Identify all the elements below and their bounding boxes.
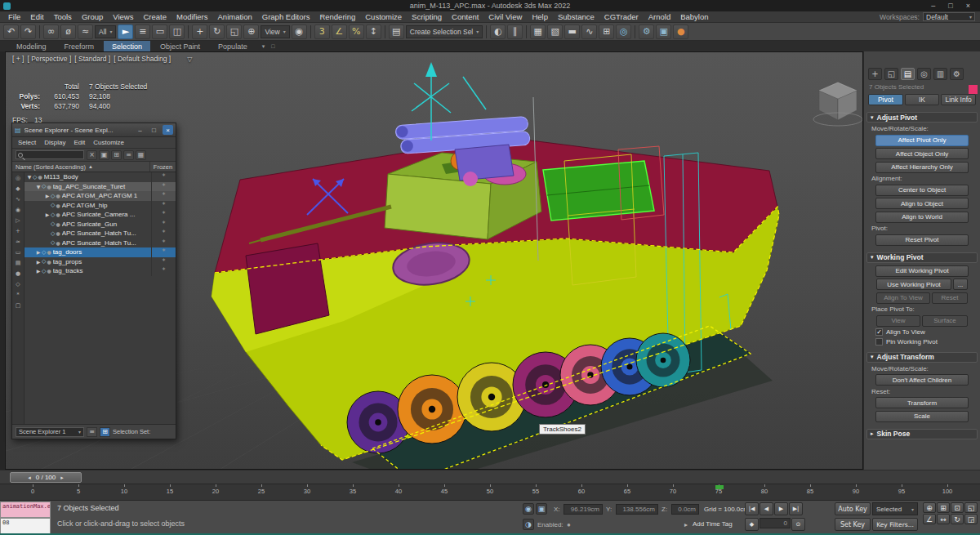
render-production-icon[interactable]: ●	[673, 25, 688, 39]
button-reset-pivot[interactable]: Reset Pivot	[875, 234, 969, 246]
checkbox-pin-working-pivot[interactable]: Pin Working Pivot	[875, 338, 969, 346]
display-groups-icon[interactable]: ▭	[16, 249, 21, 256]
rollout-header-adjust-pivot[interactable]: ▾Adjust Pivot	[866, 112, 978, 123]
frozen-cell[interactable]: *	[151, 210, 176, 220]
column-lock-icon[interactable]: ▣	[99, 150, 109, 160]
close-button[interactable]: ×	[966, 2, 970, 10]
timeline-key-marker[interactable]	[715, 485, 724, 489]
maximize-viewport-icon[interactable]: ◲	[964, 514, 978, 524]
display-tab[interactable]: ▥	[933, 68, 947, 80]
explorer-minimize-button[interactable]: –	[135, 125, 145, 135]
minimize-button[interactable]: –	[931, 2, 935, 10]
menu-animation[interactable]: Animation	[213, 12, 257, 21]
launcher-mount[interactable]	[455, 145, 514, 181]
menu-content[interactable]: Content	[447, 12, 483, 21]
per-view-settings-icon[interactable]: ▽	[187, 56, 192, 63]
frozen-cell[interactable]: *	[151, 182, 176, 192]
explorer-menu-display[interactable]: Display	[41, 139, 69, 146]
menu-customize[interactable]: Customize	[360, 12, 407, 21]
select-and-move-icon[interactable]: +	[192, 25, 207, 39]
menu-group[interactable]: Group	[77, 12, 108, 21]
viewcube[interactable]	[813, 82, 862, 126]
go-to-end-button[interactable]: ▶|	[789, 502, 803, 515]
align-icon[interactable]: ∥	[507, 25, 523, 39]
frozen-cell[interactable]: *	[151, 220, 176, 230]
scene-row-apc-atgm-apc-atgm-1[interactable]: ▶◇●APC ATGM_APC ATGM 1*	[24, 191, 176, 201]
expand-arrow-icon[interactable]: ▶	[44, 193, 51, 198]
display-cameras-icon[interactable]: ▷	[16, 217, 20, 225]
menu-substance[interactable]: Substance	[553, 12, 599, 21]
expand-arrow-icon[interactable]: ▶	[35, 268, 42, 274]
button-view[interactable]: View	[876, 315, 920, 327]
menu-rendering[interactable]: Rendering	[314, 12, 360, 21]
app-logo-icon[interactable]	[3, 2, 11, 10]
button-align-to-object[interactable]: Align to Object	[875, 198, 969, 209]
button-edit-working-pivot[interactable]: Edit Working Pivot	[875, 265, 969, 277]
adaptive-degradation-icon[interactable]: ◑	[523, 519, 534, 530]
menu-views[interactable]: Views	[108, 12, 138, 21]
pick-object-icon[interactable]: ⊞	[111, 150, 122, 160]
display-frozen-icon[interactable]: *	[16, 292, 20, 299]
fov-icon[interactable]: ∠	[923, 514, 936, 524]
add-time-tag-button[interactable]: Add Time Tag	[693, 520, 733, 528]
redo-icon[interactable]: ↷	[20, 25, 36, 39]
ribbon-tab-object-paint[interactable]: Object Paint	[152, 41, 208, 51]
ribbon-tab-selection[interactable]: Selection	[104, 41, 150, 51]
select-and-rotate-icon[interactable]: ↻	[209, 25, 225, 39]
rectangular-selection-region-icon[interactable]: ▭	[152, 25, 167, 39]
key-filters-button[interactable]: Key Filters...	[872, 518, 918, 531]
display-helpers-icon[interactable]: +	[16, 228, 20, 235]
subtab-pivot[interactable]: Pivot	[868, 94, 903, 105]
toggle-layer-explorer-icon[interactable]: ▧	[547, 25, 563, 39]
frozen-cell[interactable]: *	[151, 266, 176, 276]
menu-scripting[interactable]: Scripting	[407, 12, 447, 21]
scene-explorer-titlebar[interactable]: ▤ Scene Explorer - Scene Expl... – □ ×	[12, 123, 176, 137]
play-button[interactable]: ▶	[774, 502, 788, 515]
schematic-view-icon[interactable]: ⊞	[599, 25, 614, 39]
angle-snap-icon[interactable]: ∠	[332, 25, 347, 39]
explorer-menu-select[interactable]: Select	[15, 139, 39, 146]
menu-help[interactable]: Help	[527, 12, 553, 21]
y-coordinate-field[interactable]: 138.556cm	[616, 504, 658, 515]
expand-arrow-icon[interactable]: ▼	[35, 184, 42, 189]
maxscript-mini-listener-script[interactable]: 08	[0, 518, 51, 534]
select-and-place-icon[interactable]: ⊕	[243, 25, 259, 39]
selection-filter-dropdown[interactable]: All▾	[95, 25, 116, 38]
frozen-cell[interactable]: *	[151, 239, 176, 248]
button-affect-hierarchy-only[interactable]: Affect Hierarchy Only	[875, 162, 969, 173]
button-item[interactable]: ...	[953, 279, 968, 290]
display-geometry-icon[interactable]: ◆	[16, 185, 20, 193]
explorer-search-input[interactable]	[16, 150, 84, 159]
menu-cgtrader[interactable]: CGTrader	[599, 12, 644, 21]
frozen-cell[interactable]: *	[151, 257, 176, 267]
explorer-list-mode-icon[interactable]: ≡	[87, 427, 97, 437]
modify-tab[interactable]: ◱	[884, 68, 898, 80]
ribbon-tab-modeling[interactable]: Modeling	[8, 41, 55, 51]
selection-lock-toggle-icon[interactable]: ▣	[536, 503, 547, 515]
expand-arrow-icon[interactable]: ▶	[35, 249, 42, 255]
display-spacewarps-icon[interactable]: ≈	[16, 239, 20, 246]
ribbon-tab-populate[interactable]: Populate	[210, 41, 256, 51]
display-materials-icon[interactable]: ●	[16, 270, 20, 278]
button-don-t-affect-children[interactable]: Don't Affect Children	[875, 374, 969, 386]
scene-row-tag-doors[interactable]: ▶◇●tag_doors*	[24, 247, 176, 257]
menu-file[interactable]: File	[3, 12, 25, 21]
scene-row-apc-suncate-hatch-tu[interactable]: ◇●APC Suncate_Hatch Tu...*	[24, 229, 176, 239]
viewport-shading-menu[interactable]: [ Default Shading ]	[114, 55, 171, 63]
button-align-to-view[interactable]: Align To View	[876, 292, 930, 304]
subtab-link-info[interactable]: Link Info	[941, 94, 976, 105]
auto-key-button[interactable]: Auto Key	[835, 502, 871, 515]
zoom-all-icon[interactable]: ⊞	[937, 502, 950, 513]
button-surface[interactable]: Surface	[922, 315, 968, 327]
isolate-selection-toggle-icon[interactable]: ◉	[523, 503, 534, 515]
percent-snap-icon[interactable]: %	[349, 25, 364, 39]
use-pivot-center-icon[interactable]: ◉	[292, 25, 307, 39]
scene-row-tag-tracks[interactable]: ▶◇●tag_tracks*	[24, 266, 176, 276]
scene-row-apc-suricate-gun[interactable]: ◇●APC Suricate_Gun*	[24, 220, 176, 230]
viewport-plus-menu[interactable]: [ + ]	[12, 55, 24, 63]
rollout-header-adjust-transform[interactable]: ▾Adjust Transform	[866, 352, 978, 363]
ribbon-config-icon[interactable]: □	[271, 43, 274, 49]
reference-coordinate-dropdown[interactable]: View▾	[261, 25, 289, 38]
snaps-toggle-icon[interactable]: 3	[314, 25, 330, 39]
subtab-ik[interactable]: IK	[905, 94, 940, 105]
